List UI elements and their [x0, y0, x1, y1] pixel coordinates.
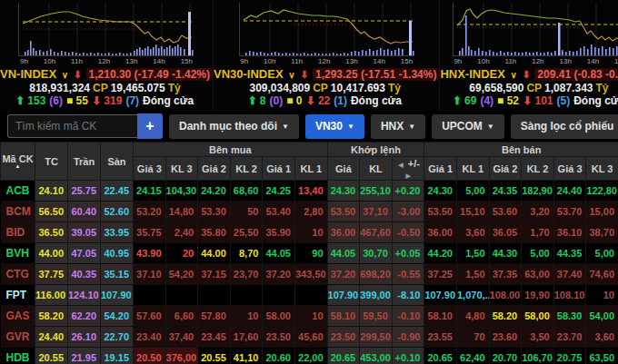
down-arrow-icon: ⬇	[305, 94, 314, 107]
up-arrow-icon: ⬆	[453, 94, 462, 107]
col-header[interactable]: KL	[360, 157, 393, 181]
cell: 70	[456, 327, 489, 348]
session-status: Đóng cửa	[351, 94, 402, 107]
col-header[interactable]: KL 1	[456, 157, 489, 181]
cell: 5,00	[522, 243, 554, 264]
col-header[interactable]: KL 3	[586, 157, 618, 181]
cell: 182,90	[522, 181, 554, 202]
add-symbol-button[interactable]: +	[137, 113, 163, 139]
cell: 40.95	[101, 243, 134, 264]
cell: 24.15	[134, 181, 166, 202]
cell: 3,60	[456, 222, 489, 243]
cell: 23.60	[489, 327, 522, 348]
cell: 20.55	[35, 348, 68, 364]
next-page-icon[interactable]: ▶	[405, 172, 410, 179]
cell: 4,80	[456, 306, 489, 327]
cell: 58.10	[327, 306, 360, 327]
cell: 54,00	[586, 306, 618, 327]
col-header-tc[interactable]: TC	[35, 143, 68, 181]
row-ctg: CTG37.7540.3535.1537.1054,2037.1523,7037…	[1, 264, 618, 285]
col-header[interactable]: Giá 3	[134, 157, 166, 181]
caret-down-icon: ▼	[408, 123, 415, 131]
tab-vn30[interactable]: VN30▼	[305, 114, 364, 139]
tab-hnx[interactable]: HNX▼	[371, 114, 425, 139]
cell: 107.90	[424, 285, 457, 306]
time-axis: 9h10h11h12h13h14h15h	[239, 56, 414, 66]
group-header-matched: Khớp lệnh	[327, 143, 424, 157]
cell: 74,60	[586, 264, 618, 285]
cell: 53.50	[424, 202, 457, 222]
row-fpt: FPT116.00124.10107.90107.90399,00-8.1010…	[1, 285, 618, 306]
cell: 1,070,...	[456, 285, 489, 306]
cell: 36.05	[489, 222, 522, 243]
col-header-floor[interactable]: Sàn	[101, 143, 134, 181]
cell: 22,00	[294, 348, 327, 364]
index-value: 1,293.25 (-17.51 -1.34%)	[313, 68, 439, 81]
stock-screener-dropdown[interactable]: Sàng lọc cổ phiếu★▼	[511, 114, 618, 139]
cell: 698,20	[360, 264, 393, 285]
volume-line: 309,034,809CP10,417.693Tỷ	[249, 82, 403, 94]
cell: 23.70	[553, 327, 586, 348]
index-value: 209.41 (-0.83 -0.4%)	[534, 68, 618, 81]
col-header[interactable]: KL 2	[230, 157, 263, 181]
stock-code[interactable]: HDB	[1, 348, 35, 364]
cell: +0.20	[392, 181, 424, 202]
col-header[interactable]: Giá 1	[263, 157, 295, 181]
search-input[interactable]	[7, 114, 137, 138]
cell: 59,50	[360, 306, 393, 327]
cell: 53.50	[327, 202, 360, 222]
col-header[interactable]: ◀ +/- ▶	[392, 157, 424, 181]
cell: 22.45	[101, 181, 134, 202]
col-header[interactable]: KL 3	[165, 157, 198, 181]
index-name[interactable]: VN-INDEX	[0, 67, 56, 81]
cell: 15,10	[456, 202, 489, 222]
down-arrow-icon: ⬇	[92, 94, 101, 107]
col-header-symbol[interactable]: Mã CK▲	[1, 143, 35, 181]
stock-code[interactable]: BVH	[1, 243, 35, 264]
chevron-down-icon[interactable]: ∨	[511, 70, 517, 80]
down-arrow-icon: ⬇	[523, 94, 532, 107]
stock-code[interactable]: FPT	[1, 285, 35, 306]
cell: 44.00	[198, 243, 231, 264]
stock-code[interactable]: GAS	[1, 306, 35, 327]
cell: 1,50	[456, 243, 489, 264]
stock-code[interactable]: BID	[1, 222, 35, 243]
col-header-ceiling[interactable]: Trần	[68, 143, 101, 181]
col-header[interactable]: KL 2	[522, 157, 554, 181]
cell: 62.20	[68, 306, 101, 327]
col-header[interactable]: Giá 2	[489, 157, 522, 181]
col-header[interactable]: Giá 1	[424, 157, 457, 181]
cell: -0.55	[392, 264, 424, 285]
cell: 20.75	[553, 348, 586, 364]
cell	[198, 285, 231, 306]
chevron-down-icon[interactable]: ∨	[62, 70, 68, 80]
prev-page-icon[interactable]: ◀	[398, 162, 403, 168]
tab-upcom[interactable]: UPCOM▼	[432, 114, 504, 139]
watchlist-dropdown[interactable]: Danh mục theo dõi▼	[169, 114, 299, 139]
cell: 343,50	[294, 264, 327, 285]
row-bid: BID36.5039.0533.9535.752,4035.8025,5035.…	[1, 222, 618, 243]
cell: 19.15	[101, 348, 134, 364]
stock-code[interactable]: BCM	[1, 202, 35, 222]
cell: 37,10	[360, 202, 393, 222]
row-acb: ACB24.1025.7522.4524.15104,3024.2068,602…	[1, 181, 618, 202]
cell: 45,60	[294, 327, 327, 348]
cell: 24.40	[553, 181, 586, 202]
cell: 30,70	[360, 243, 393, 264]
cell: -8.10	[392, 285, 424, 306]
index-name[interactable]: HNX-INDEX	[440, 67, 505, 81]
cell: 44.35	[553, 243, 586, 264]
stock-code[interactable]: GVR	[1, 327, 35, 348]
col-header[interactable]: Giá 2	[198, 157, 231, 181]
chevron-down-icon[interactable]: ∨	[288, 70, 294, 80]
index-name[interactable]: VN30-INDEX	[214, 67, 284, 81]
hnx-index-chart	[453, 3, 618, 56]
col-header[interactable]: KL 1	[294, 157, 327, 181]
stock-code[interactable]: ACB	[1, 181, 35, 202]
cell: 23,70	[230, 264, 263, 285]
stock-code[interactable]: CTG	[1, 264, 35, 285]
col-header[interactable]: Giá 3	[553, 157, 586, 181]
cell: 20.50	[134, 348, 166, 364]
time-axis: 9h10h11h12h13h14h15h	[453, 56, 618, 66]
col-header[interactable]: Giá	[327, 157, 360, 181]
